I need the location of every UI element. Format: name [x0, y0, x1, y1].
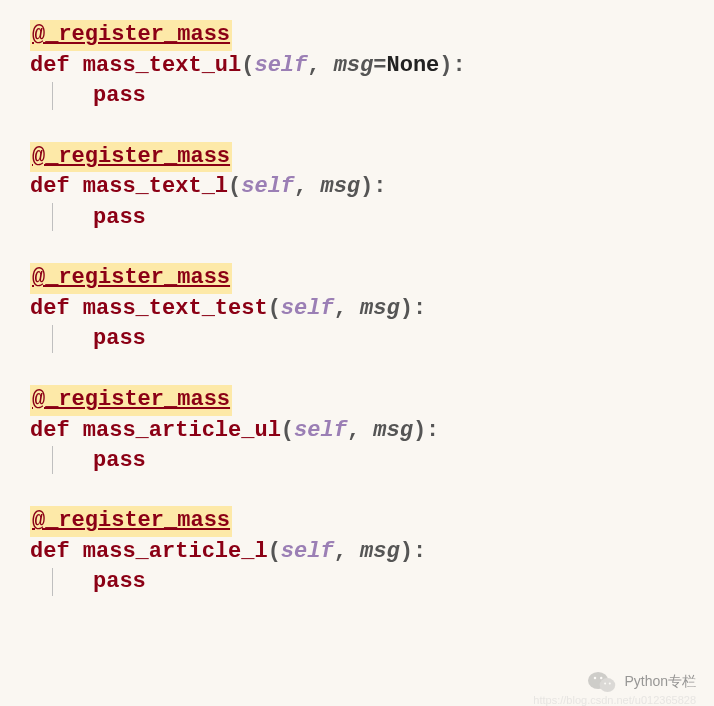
- indent-guide: [52, 325, 53, 353]
- param-self: self: [281, 296, 334, 321]
- indent-guide: [52, 568, 53, 596]
- function-name: mass_article_l: [83, 539, 268, 564]
- def-line: def mass_text_ul(self, msg=None):: [30, 51, 684, 82]
- decorator-line: @_register_mass: [30, 263, 684, 294]
- function-name: mass_text_test: [83, 296, 268, 321]
- watermark: Python专栏: [588, 670, 696, 694]
- keyword-def: def: [30, 418, 70, 443]
- decorator: @_register_mass: [30, 506, 232, 537]
- def-line: def mass_article_ul(self, msg):: [30, 416, 684, 447]
- colon: :: [373, 174, 386, 199]
- function-block: @_register_massdef mass_article_ul(self,…: [30, 385, 684, 475]
- keyword-def: def: [30, 539, 70, 564]
- comma: ,: [294, 174, 320, 199]
- colon: :: [453, 53, 466, 78]
- watermark-url: https://blog.csdn.net/u012365828: [533, 694, 696, 706]
- decorator: @_register_mass: [30, 263, 232, 294]
- indent-guide: [52, 203, 53, 231]
- svg-point-3: [600, 677, 602, 679]
- def-line: def mass_text_test(self, msg):: [30, 294, 684, 325]
- decorator-line: @_register_mass: [30, 385, 684, 416]
- comma: ,: [307, 53, 333, 78]
- svg-point-4: [605, 683, 607, 685]
- comma: ,: [334, 539, 360, 564]
- equals: =: [373, 53, 386, 78]
- function-block: @_register_massdef mass_text_test(self, …: [30, 263, 684, 353]
- body-line: pass: [30, 203, 684, 231]
- param-self: self: [294, 418, 347, 443]
- function-name: mass_text_l: [83, 174, 228, 199]
- decorator-line: @_register_mass: [30, 142, 684, 173]
- function-block: @_register_massdef mass_text_ul(self, ms…: [30, 20, 684, 110]
- comma: ,: [334, 296, 360, 321]
- param-self: self: [281, 539, 334, 564]
- wechat-icon: [588, 670, 616, 694]
- def-line: def mass_text_l(self, msg):: [30, 172, 684, 203]
- param-msg: msg: [320, 174, 360, 199]
- body-line: pass: [30, 446, 684, 474]
- svg-point-5: [609, 683, 611, 685]
- keyword-pass: pass: [93, 83, 146, 108]
- open-paren: (: [268, 539, 281, 564]
- keyword-pass: pass: [93, 205, 146, 230]
- open-paren: (: [228, 174, 241, 199]
- keyword-pass: pass: [93, 448, 146, 473]
- keyword-def: def: [30, 53, 70, 78]
- decorator: @_register_mass: [30, 142, 232, 173]
- close-paren: ): [400, 296, 413, 321]
- open-paren: (: [268, 296, 281, 321]
- colon: :: [413, 539, 426, 564]
- decorator: @_register_mass: [30, 385, 232, 416]
- param-self: self: [241, 174, 294, 199]
- colon: :: [426, 418, 439, 443]
- param-msg: msg: [373, 418, 413, 443]
- close-paren: ): [439, 53, 452, 78]
- keyword-def: def: [30, 296, 70, 321]
- keyword-def: def: [30, 174, 70, 199]
- decorator-line: @_register_mass: [30, 20, 684, 51]
- default-value: None: [386, 53, 439, 78]
- body-line: pass: [30, 325, 684, 353]
- close-paren: ): [400, 539, 413, 564]
- indent-guide: [52, 446, 53, 474]
- open-paren: (: [281, 418, 294, 443]
- param-msg: msg: [360, 296, 400, 321]
- indent-guide: [52, 82, 53, 110]
- param-msg: msg: [334, 53, 374, 78]
- body-line: pass: [30, 82, 684, 110]
- body-line: pass: [30, 568, 684, 596]
- param-self: self: [254, 53, 307, 78]
- svg-point-2: [594, 677, 596, 679]
- svg-point-1: [600, 678, 616, 692]
- function-name: mass_article_ul: [83, 418, 281, 443]
- function-block: @_register_massdef mass_text_l(self, msg…: [30, 142, 684, 232]
- close-paren: ): [360, 174, 373, 199]
- param-msg: msg: [360, 539, 400, 564]
- decorator-line: @_register_mass: [30, 506, 684, 537]
- def-line: def mass_article_l(self, msg):: [30, 537, 684, 568]
- keyword-pass: pass: [93, 569, 146, 594]
- open-paren: (: [241, 53, 254, 78]
- watermark-text: Python专栏: [624, 673, 696, 691]
- function-name: mass_text_ul: [83, 53, 241, 78]
- keyword-pass: pass: [93, 326, 146, 351]
- decorator: @_register_mass: [30, 20, 232, 51]
- colon: :: [413, 296, 426, 321]
- code-editor: @_register_massdef mass_text_ul(self, ms…: [30, 20, 684, 596]
- comma: ,: [347, 418, 373, 443]
- function-block: @_register_massdef mass_article_l(self, …: [30, 506, 684, 596]
- close-paren: ): [413, 418, 426, 443]
